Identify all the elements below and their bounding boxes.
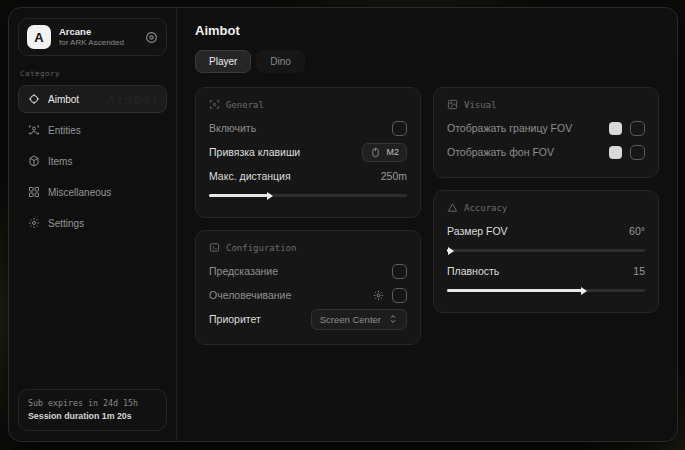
accuracy-card-header: Accuracy: [447, 202, 645, 213]
terminal-icon: [209, 242, 220, 253]
slider-fill: [447, 249, 449, 252]
tab-bar: Player Dino: [195, 50, 659, 73]
card-title: Visual: [464, 100, 497, 110]
slider-track: [209, 194, 407, 197]
smoothness-slider[interactable]: [447, 285, 645, 295]
general-card: General Включить Привязка клавиши M2: [195, 87, 421, 218]
priority-label: Приоритет: [209, 313, 261, 325]
category-label: Category: [20, 69, 165, 78]
items-icon: [28, 155, 40, 167]
image-icon: [447, 99, 458, 110]
app-logo: A: [27, 25, 51, 49]
slider-fill: [209, 194, 268, 197]
fov-size-row: Размер FOV 60°: [447, 219, 645, 243]
fov-bg-color-swatch[interactable]: [609, 146, 622, 159]
sidebar: A Arcane for ARK Ascended Category Aimbo…: [9, 8, 177, 441]
humanize-settings-gear-icon[interactable]: [373, 290, 384, 301]
fov-bg-controls: [609, 145, 645, 160]
fov-size-slider[interactable]: [447, 245, 645, 255]
sidebar-item-label: Miscellaneous: [48, 187, 111, 198]
priority-dropdown[interactable]: Screen Center: [311, 309, 407, 330]
humanize-row: Очеловечивание: [209, 283, 407, 307]
entities-icon: [28, 124, 40, 136]
subscription-panel: Sub expires in 24d 15h Session duration …: [18, 389, 167, 431]
enable-checkbox[interactable]: [392, 121, 407, 136]
slider-thumb[interactable]: [448, 247, 454, 255]
fov-border-color-swatch[interactable]: [609, 122, 622, 135]
app-subtitle: for ARK Ascended: [59, 38, 137, 47]
tab-player[interactable]: Player: [195, 50, 251, 73]
main-content: Aimbot Player Dino General Включить: [177, 8, 677, 441]
sidebar-item-miscellaneous[interactable]: Miscellaneous: [18, 178, 167, 206]
sidebar-item-aimbot[interactable]: Aimbot Aimbot: [18, 85, 167, 113]
left-column: General Включить Привязка клавиши M2: [195, 87, 421, 345]
compass-icon[interactable]: [145, 31, 158, 44]
distance-slider[interactable]: [209, 190, 407, 200]
fov-border-checkbox[interactable]: [630, 121, 645, 136]
priority-value: Screen Center: [320, 314, 381, 325]
configuration-card-header: Configuration: [209, 242, 407, 253]
gear-icon: [28, 217, 40, 229]
accuracy-card: Accuracy Размер FOV 60° П: [433, 190, 659, 313]
sidebar-item-settings[interactable]: Settings: [18, 209, 167, 237]
humanize-label: Очеловечивание: [209, 289, 291, 301]
logo-card: A Arcane for ARK Ascended: [18, 18, 167, 56]
unfold-chevrons-icon: [388, 314, 398, 324]
card-title: General: [226, 100, 264, 110]
crosshair-icon: [28, 93, 40, 105]
fov-border-row: Отображать границу FOV: [447, 116, 645, 140]
visual-card: Visual Отображать границу FOV Отображать…: [433, 87, 659, 178]
fov-bg-row: Отображать фон FOV: [447, 140, 645, 164]
fov-size-label: Размер FOV: [447, 225, 508, 237]
keybind-value: M2: [386, 147, 399, 157]
tab-dino[interactable]: Dino: [256, 50, 305, 73]
sidebar-item-items[interactable]: Items: [18, 147, 167, 175]
keybind-button[interactable]: M2: [362, 143, 407, 162]
page-title: Aimbot: [195, 23, 659, 38]
cards-grid: General Включить Привязка клавиши M2: [195, 87, 659, 345]
logo-text: Arcane for ARK Ascended: [59, 27, 137, 47]
sub-expires-text: Sub expires in 24d 15h: [28, 397, 157, 409]
distance-value: 250m: [381, 170, 407, 182]
right-column: Visual Отображать границу FOV Отображать…: [433, 87, 659, 313]
sidebar-item-label: Settings: [48, 218, 84, 229]
scan-target-icon: [209, 99, 220, 110]
humanize-checkbox[interactable]: [392, 288, 407, 303]
sidebar-item-label: Items: [48, 156, 72, 167]
prediction-checkbox[interactable]: [392, 264, 407, 279]
sidebar-item-label: Aimbot: [48, 94, 79, 105]
slider-fill: [447, 289, 582, 292]
fov-border-label: Отображать границу FOV: [447, 122, 572, 134]
triangle-icon: [447, 202, 458, 213]
card-title: Configuration: [226, 243, 296, 253]
distance-label: Макс. дистанция: [209, 170, 291, 182]
slider-thumb[interactable]: [581, 287, 587, 295]
mouse-icon: [370, 147, 381, 158]
distance-row: Макс. дистанция 250m: [209, 164, 407, 188]
slider-track: [447, 289, 645, 292]
prediction-row: Предсказание: [209, 259, 407, 283]
fov-bg-label: Отображать фон FOV: [447, 146, 554, 158]
card-title: Accuracy: [464, 203, 507, 213]
session-duration-text: Session duration 1m 20s: [28, 410, 157, 423]
sidebar-nav: Aimbot Aimbot Entities Items Miscellane: [18, 85, 167, 237]
fov-bg-checkbox[interactable]: [630, 145, 645, 160]
sidebar-item-label: Entities: [48, 125, 81, 136]
aimbot-watermark: Aimbot: [107, 92, 160, 107]
sidebar-item-entities[interactable]: Entities: [18, 116, 167, 144]
humanize-controls: [373, 288, 407, 303]
enable-row: Включить: [209, 116, 407, 140]
smoothness-value: 15: [633, 265, 645, 277]
fov-border-controls: [609, 121, 645, 136]
fov-size-value: 60°: [629, 225, 645, 237]
priority-row: Приоритет Screen Center: [209, 307, 407, 331]
app-name: Arcane: [59, 27, 137, 38]
configuration-card: Configuration Предсказание Очеловечивани…: [195, 230, 421, 345]
slider-thumb[interactable]: [267, 192, 273, 200]
enable-label: Включить: [209, 122, 256, 134]
smoothness-label: Плавность: [447, 265, 499, 277]
visual-card-header: Visual: [447, 99, 645, 110]
keybind-row: Привязка клавиши M2: [209, 140, 407, 164]
general-card-header: General: [209, 99, 407, 110]
slider-track: [447, 249, 645, 252]
